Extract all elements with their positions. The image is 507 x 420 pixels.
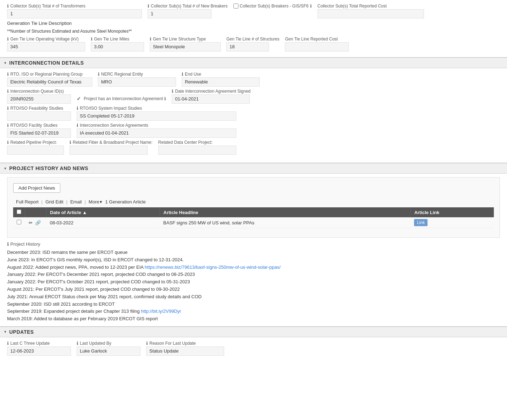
gen-tie-voltage-label: ℹ Gen Tie Line Operating Voltage (kV): [7, 37, 85, 42]
ic-row2: ℹ Interconnection Queue ID(s) 20INR0255 …: [7, 89, 500, 104]
gen-tie-miles-label: ℹ Gen Tie Line Miles: [91, 37, 144, 42]
updates-row: ℹ Last C Three Update 12-06-2023 ℹ Last …: [7, 341, 500, 356]
row-checkbox-cell: [13, 217, 25, 228]
rto-field: ℹ RTO, ISO or Regional Planning Group El…: [7, 72, 92, 87]
top-fields-section: ℹ Collector Sub(s) Total # of Transforme…: [0, 0, 507, 57]
gen-tie-miles-field: ℹ Gen Tie Line Miles 3.00: [91, 37, 144, 51]
info-icon-ct: ℹ: [7, 4, 9, 9]
news-container: Add Project News Full Report | Grid Edit…: [7, 177, 500, 238]
last-updated-by-value: Luke Garlock: [77, 347, 140, 356]
grid-edit-btn[interactable]: Grid Edit: [43, 198, 66, 206]
history-entry: August 2021: Per ERCOT's July 2021 repor…: [7, 286, 500, 293]
row-link-icon[interactable]: 🔗: [35, 220, 41, 225]
gen-tie-desc-row: Generation Tie Line Description: [7, 21, 500, 26]
gen-tie-num-structures-value: 18: [226, 42, 269, 51]
queue-id-value: 20INR0255: [7, 94, 71, 104]
last-updated-by-label: ℹ Last Updated By: [77, 341, 140, 346]
queue-id-label: ℹ Interconnection Queue ID(s): [7, 89, 71, 94]
th-checkbox: [13, 207, 25, 217]
updates-content: ℹ Last C Three Update 12-06-2023 ℹ Last …: [0, 337, 507, 364]
collector-transformers-label: ℹ Collector Sub(s) Total # of Transforme…: [7, 4, 142, 9]
history-entry: July 2021: Annual ERCOT Status check per…: [7, 293, 500, 301]
more-btn[interactable]: More ▾: [86, 198, 105, 206]
info-icon-fc: ℹ: [7, 123, 9, 128]
last-c3-field: ℹ Last C Three Update 12-06-2023: [7, 341, 71, 356]
reason-field: ℹ Reason For Last Update Status Update: [146, 341, 224, 356]
nerc-label: ℹ NERC Regional Entity: [98, 72, 176, 77]
row-edit-icon[interactable]: ✏: [29, 220, 33, 225]
table-toolbar: Full Report | Grid Edit | Email | More ▾…: [13, 198, 494, 206]
interconnection-section-header[interactable]: ▾ INTERCONNECTION DETAILS: [0, 57, 507, 68]
collector-breakers-value: 1: [148, 9, 211, 18]
info-icon-lc3: ℹ: [7, 341, 9, 346]
date-signed-label: ℹ Date Interconnection Agreement Signed: [172, 89, 250, 94]
history-link[interactable]: http://bit.ly/2V99Dyr: [141, 309, 181, 314]
end-use-label: ℹ End Use: [182, 72, 260, 77]
th-date[interactable]: Date of Article ▲: [46, 207, 160, 217]
gen-tie-num-structures-field: Gen Tie Line # of Structures 18: [226, 37, 279, 51]
project-history-section-header[interactable]: ▾ PROJECT HISTORY and NEWS: [0, 163, 507, 174]
select-all-checkbox[interactable]: [17, 209, 21, 214]
info-icon-gis: ℹ: [310, 4, 312, 9]
gen-tie-structure-label: ℹ Gen Tie Line Structure Type: [150, 37, 221, 42]
gen-tie-num-structures-label: Gen Tie Line # of Structures: [226, 37, 279, 42]
datacenter-value: [158, 146, 236, 155]
nerc-field: ℹ NERC Regional Entity MRO: [98, 72, 176, 87]
th-actions: [25, 207, 46, 217]
interconnection-chevron: ▾: [4, 61, 6, 65]
info-icon-lub: ℹ: [77, 341, 78, 346]
sort-asc-icon: ▲: [82, 210, 87, 215]
history-entry: September 2020: ISD still 2021 according…: [7, 301, 500, 308]
collector-breakers-field: ℹ Collector Sub(s) Total # of New Breake…: [148, 4, 228, 18]
gen-tie-note: **Number of Structures Estimated and Ass…: [7, 28, 500, 37]
ic-row4: ℹ RTO/ISO Facility Studies FIS Started 0…: [7, 123, 500, 138]
system-impact-label: ℹ RTO/ISO System Impact Studies: [77, 106, 236, 111]
history-entry: March 2019: Added to database as per Feb…: [7, 315, 500, 323]
th-headline: Article Headline: [160, 207, 410, 217]
system-impact-field: ℹ RTO/ISO System Impact Studies SS Compl…: [77, 106, 236, 121]
collector-cost-field: Collector Sub(s) Total Reported Cost: [318, 4, 424, 18]
last-updated-by-field: ℹ Last Updated By Luke Garlock: [77, 341, 140, 356]
collector-cost-value: [318, 9, 424, 18]
ic-agreement-field: ✓ Project has an Interconnection Agreeme…: [77, 89, 166, 104]
last-c3-value: 12-06-2023: [7, 347, 71, 356]
info-icon-pp: ℹ: [7, 140, 9, 145]
history-link[interactable]: https://renews.biz/79613/basf-signs-250m…: [145, 264, 281, 270]
collector-transformers-field: ℹ Collector Sub(s) Total # of Transforme…: [7, 4, 142, 18]
table-row: ✏ 🔗 08-03-2022 BASF signs 250 MW of US w…: [13, 217, 494, 228]
fiber-label: ℹ Related Fiber & Broadband Project Name…: [70, 140, 153, 145]
row-checkbox[interactable]: [17, 220, 21, 224]
system-impact-value: SS Completed 05-17-2019: [77, 111, 236, 121]
collector-gis-field: Collector Sub(s) Breakers - GIS/SF6 ℹ: [233, 4, 312, 18]
collector-gis-checkbox[interactable]: [233, 4, 238, 9]
info-icon-fb: ℹ: [70, 140, 71, 145]
service-agreements-label: ℹ Interconnection Service Agreements: [77, 123, 236, 128]
project-history-title: PROJECT HISTORY and NEWS: [9, 165, 88, 171]
updates-section-header[interactable]: ▾ UPDATES: [0, 326, 507, 337]
history-entry: June 2023: In ERCOT's GIS monthly report…: [7, 256, 500, 264]
date-signed-field: ℹ Date Interconnection Agreement Signed …: [172, 89, 250, 104]
service-agreements-value: IA executed 01-04-2021: [77, 129, 236, 138]
full-report-btn[interactable]: Full Report: [13, 198, 42, 206]
nerc-value: MRO: [98, 77, 176, 87]
date-signed-value: 01-04-2021: [172, 94, 250, 104]
queue-id-field: ℹ Interconnection Queue ID(s) 20INR0255: [7, 89, 71, 104]
row-link-button[interactable]: Link: [414, 219, 428, 226]
info-icon-qi: ℹ: [7, 89, 9, 94]
last-c3-label: ℹ Last C Three Update: [7, 341, 71, 346]
gen-tie-structure-value: Steel Monopole: [150, 42, 221, 51]
rto-value: Electric Reliability Council of Texas: [7, 77, 92, 87]
ic-row1: ℹ RTO, ISO or Regional Planning Group El…: [7, 72, 500, 87]
row-actions-cell: ✏ 🔗: [25, 217, 46, 228]
gen-tie-cost-field: Gen Tie Line Reported Cost: [285, 37, 349, 51]
project-history-chevron: ▾: [4, 166, 6, 171]
facility-value: FIS Started 02-07-2019: [7, 129, 71, 138]
row-date: 08-03-2022: [46, 217, 160, 228]
email-btn[interactable]: Email: [67, 198, 85, 206]
add-project-news-button[interactable]: Add Project News: [13, 183, 60, 193]
checkmark-icon: ✓: [77, 96, 81, 102]
th-link: Article Link: [410, 207, 494, 217]
article-count: 1 Generation Article: [105, 199, 145, 204]
info-icon-reason: ℹ: [146, 341, 148, 346]
gen-tie-description-label: Generation Tie Line Description: [7, 21, 72, 26]
